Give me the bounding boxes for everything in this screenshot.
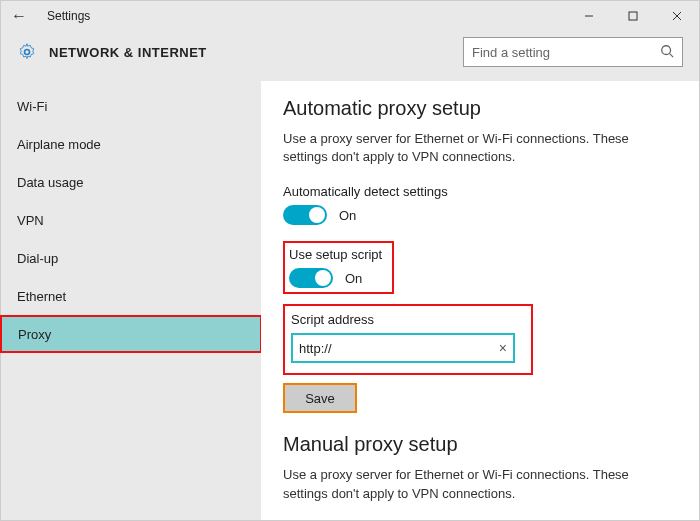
sidebar-item-label: Proxy bbox=[18, 327, 51, 342]
sidebar-item-ethernet[interactable]: Ethernet bbox=[1, 277, 261, 315]
save-button-label: Save bbox=[305, 391, 335, 406]
script-address-input[interactable]: http:// × bbox=[291, 333, 515, 363]
sidebar-item-proxy[interactable]: Proxy bbox=[0, 315, 262, 353]
minimize-button[interactable] bbox=[567, 1, 611, 31]
auto-detect-toggle[interactable] bbox=[283, 205, 327, 225]
sidebar-item-label: Ethernet bbox=[17, 289, 66, 304]
gear-icon bbox=[17, 42, 37, 62]
script-address-label: Script address bbox=[291, 312, 521, 327]
section-title: NETWORK & INTERNET bbox=[49, 45, 207, 60]
manual-proxy-heading: Manual proxy setup bbox=[283, 433, 677, 456]
sidebar-item-label: VPN bbox=[17, 213, 44, 228]
sidebar-item-airplane-mode[interactable]: Airplane mode bbox=[1, 125, 261, 163]
automatic-proxy-desc: Use a proxy server for Ethernet or Wi-Fi… bbox=[283, 130, 677, 166]
body: Wi-Fi Airplane mode Data usage VPN Dial-… bbox=[1, 81, 699, 520]
sidebar-item-data-usage[interactable]: Data usage bbox=[1, 163, 261, 201]
sidebar-item-label: Data usage bbox=[17, 175, 84, 190]
sidebar-item-label: Dial-up bbox=[17, 251, 58, 266]
automatic-proxy-heading: Automatic proxy setup bbox=[283, 97, 677, 120]
sidebar-item-dial-up[interactable]: Dial-up bbox=[1, 239, 261, 277]
sidebar-item-label: Wi-Fi bbox=[17, 99, 47, 114]
window-controls bbox=[567, 1, 699, 31]
sidebar-item-vpn[interactable]: VPN bbox=[1, 201, 261, 239]
close-button[interactable] bbox=[655, 1, 699, 31]
use-setup-script-label: Use setup script bbox=[289, 247, 382, 262]
svg-line-6 bbox=[670, 53, 674, 57]
header: NETWORK & INTERNET Find a setting bbox=[1, 31, 699, 81]
search-input[interactable]: Find a setting bbox=[463, 37, 683, 67]
auto-detect-row: On bbox=[283, 205, 677, 225]
clear-icon[interactable]: × bbox=[499, 340, 507, 356]
search-placeholder: Find a setting bbox=[472, 45, 660, 60]
use-setup-script-highlight: Use setup script On bbox=[283, 241, 394, 294]
save-button[interactable]: Save bbox=[283, 383, 357, 413]
sidebar: Wi-Fi Airplane mode Data usage VPN Dial-… bbox=[1, 81, 261, 520]
content-pane: Automatic proxy setup Use a proxy server… bbox=[261, 81, 699, 520]
search-icon bbox=[660, 44, 674, 61]
script-address-value: http:// bbox=[299, 341, 499, 356]
manual-proxy-desc: Use a proxy server for Ethernet or Wi-Fi… bbox=[283, 466, 677, 502]
maximize-button[interactable] bbox=[611, 1, 655, 31]
script-address-highlight: Script address http:// × bbox=[283, 304, 533, 375]
auto-detect-label: Automatically detect settings bbox=[283, 184, 677, 199]
svg-point-5 bbox=[662, 45, 671, 54]
svg-point-4 bbox=[25, 50, 30, 55]
use-setup-script-toggle[interactable] bbox=[289, 268, 333, 288]
settings-window: ← Settings NETWORK & INTERNET Find a set… bbox=[0, 0, 700, 521]
use-setup-script-row: On bbox=[289, 268, 382, 288]
svg-rect-1 bbox=[629, 12, 637, 20]
app-title: Settings bbox=[47, 9, 90, 23]
back-button[interactable]: ← bbox=[11, 7, 31, 25]
sidebar-item-label: Airplane mode bbox=[17, 137, 101, 152]
sidebar-item-wifi[interactable]: Wi-Fi bbox=[1, 87, 261, 125]
use-setup-script-state: On bbox=[345, 271, 362, 286]
auto-detect-state: On bbox=[339, 208, 356, 223]
titlebar: ← Settings bbox=[1, 1, 699, 31]
